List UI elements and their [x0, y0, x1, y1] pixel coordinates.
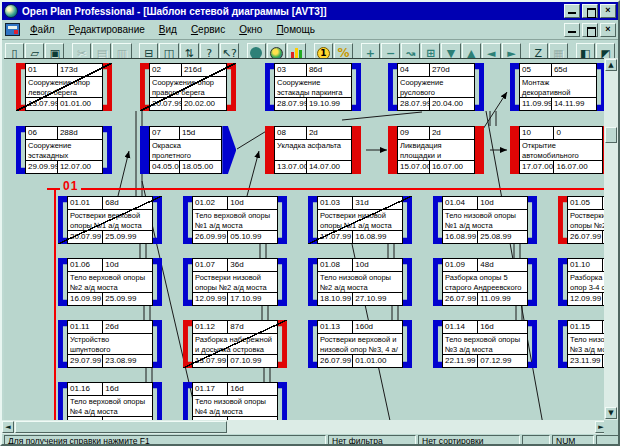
node-start-date: 26.07.99	[443, 293, 478, 305]
task-node-01.07[interactable]: 01.0736dРостверки низовой опоры №2 а/д м…	[183, 258, 287, 306]
node-duration: 86d	[307, 64, 351, 76]
task-node-01.05[interactable]: 01.05Ростверки верховой опоры №2 а/д мос…	[558, 196, 608, 244]
task-node-01.13[interactable]: 01.13160dРостверки верховой и низовой оп…	[308, 320, 412, 368]
status-help-text: Для получения справки нажмите F1	[4, 435, 326, 446]
task-node-01.12[interactable]: 01.1287dРазборка набережной и досыпка ос…	[183, 320, 287, 368]
node-id: 01.04	[443, 197, 478, 209]
task-node-01.04[interactable]: 01.0410dТело низовой опоры №1 а/д моста1…	[433, 196, 537, 244]
task-node-01.09[interactable]: 01.0948dРазборка опоры 5 старого Андреев…	[433, 258, 537, 306]
node-name: Укладка асфальта	[275, 140, 351, 160]
task-node-06[interactable]: 06288dСооружение эстакадных пролетных ст…	[16, 126, 112, 174]
node-body: 01.1716dТело низовой опоры №4 а/д моста	[192, 382, 278, 420]
node-duration: 26d	[103, 321, 152, 333]
horizontal-scrollbar[interactable]: ◄ ►	[2, 420, 608, 434]
task-node-02[interactable]: 02216dСооружение опор правого берега20.0…	[140, 63, 236, 111]
node-duration: 288d	[58, 127, 102, 139]
node-id: 01.13	[318, 321, 353, 333]
close-button[interactable]: ×	[600, 4, 616, 18]
node-finish-date: 27.10.99	[353, 293, 402, 305]
scroll-down-icon[interactable]: ▼	[605, 407, 617, 419]
node-name: Сооружение руслового пролетного строения…	[398, 77, 474, 97]
node-name: Тело верховой опоры №1 а/д моста	[193, 210, 277, 230]
task-node-01.03[interactable]: 01.0331dРостверки низовой опоры №1 а/д м…	[308, 196, 412, 244]
node-finish-date: 17.10.99	[228, 293, 277, 305]
vertical-scroll-thumb[interactable]	[605, 127, 617, 143]
node-finish-date: 12.07.00	[58, 161, 102, 173]
child-restore-button[interactable]	[582, 23, 598, 37]
task-node-05[interactable]: 0565dМонтаж декоративной облицовки опор1…	[510, 63, 606, 111]
scrollbar-corner	[604, 420, 618, 434]
node-left-cap	[308, 320, 317, 368]
child-window-icon[interactable]	[5, 23, 20, 36]
menu-item-5[interactable]: Окно	[233, 22, 268, 37]
node-start-date: 16.08.99	[443, 231, 478, 243]
node-right-cap	[153, 258, 162, 306]
node-name: Разборка остальных опор 3-4 старого	[568, 272, 608, 292]
node-name: Тело низовой опоры №1 а/д моста	[443, 210, 527, 230]
task-node-03[interactable]: 0386dСооружение эстакады паркинга от ПК …	[265, 63, 361, 111]
minimize-button[interactable]	[564, 4, 580, 18]
node-body: 100Открытие автомобильного17.07.0016.07.…	[519, 126, 603, 174]
node-id: 01.11	[68, 321, 103, 333]
node-left-cap	[558, 196, 567, 244]
scroll-left-icon[interactable]: ◄	[2, 421, 14, 433]
task-node-01.10[interactable]: 01.10Разборка остальных опор 3-4 старого…	[558, 258, 608, 306]
node-progress-cross	[16, 63, 112, 111]
menu-item-2[interactable]: Редактирование	[63, 22, 151, 37]
menu-item-1[interactable]: Файл	[24, 22, 61, 37]
task-node-01.02[interactable]: 01.0210dТело верховой опоры №1 а/д моста…	[183, 196, 287, 244]
node-left-cap	[16, 126, 25, 174]
task-node-01.01[interactable]: 01.0168dРостверки верховой опоры №1 а/д …	[58, 196, 162, 244]
node-id: 01.07	[193, 259, 228, 271]
menu-item-4[interactable]: Сервис	[185, 22, 231, 37]
node-finish-date: 05.10.99	[228, 231, 277, 243]
menu-item-3[interactable]: Вид	[153, 22, 183, 37]
node-left-cap	[510, 126, 519, 174]
task-node-01.14[interactable]: 01.1416dТело верховой опоры №3 а/д моста…	[433, 320, 537, 368]
node-duration: 15d	[180, 127, 221, 139]
node-progress-cross	[140, 63, 236, 111]
node-finish-date: 18.05.00	[180, 161, 221, 173]
child-close-button[interactable]: ×	[600, 23, 616, 37]
node-id: 03	[275, 64, 307, 76]
task-node-07[interactable]: 0715dОкраска пролетного строения04.05.00…	[140, 126, 236, 174]
scroll-up-icon[interactable]: ▲	[605, 59, 617, 71]
node-id: 01.09	[443, 259, 478, 271]
node-left-cap	[58, 382, 67, 420]
node-id: 01.10	[568, 259, 603, 271]
task-node-01.16[interactable]: 01.1616dТело верховой опоры №4 а/д моста	[58, 382, 162, 420]
task-node-09[interactable]: 092dЛиквидация площадки и благоустройств…	[388, 126, 484, 174]
child-minimize-button[interactable]	[564, 23, 580, 37]
node-body: 01.0810dТело низовой опоры №2 а/д моста1…	[317, 258, 403, 306]
restore-button[interactable]	[582, 4, 598, 18]
node-finish-date: 07.12.99	[478, 355, 527, 367]
node-start-date: 23.11.99	[568, 355, 603, 367]
menu-item-6[interactable]: Помощь	[270, 22, 321, 37]
app-window: Open Plan Professional - [Шаблон сетевой…	[0, 0, 620, 446]
app-icon[interactable]	[4, 4, 18, 18]
node-id: 10	[520, 127, 554, 139]
task-node-01[interactable]: 01173dСооружение опор левого берега13.07…	[16, 63, 112, 111]
node-body: 01.10Разборка остальных опор 3-4 старого…	[567, 258, 608, 306]
task-node-04[interactable]: 04270dСооружение руслового пролетного ст…	[388, 63, 484, 111]
vertical-scrollbar[interactable]: ▲ ▼	[604, 58, 618, 420]
node-name: Ростверки верховой и низовой опор №3, 4 …	[318, 334, 402, 354]
node-duration: 36d	[228, 259, 277, 271]
task-node-01.08[interactable]: 01.0810dТело низовой опоры №2 а/д моста1…	[308, 258, 412, 306]
node-finish-date: 25.08.99	[478, 231, 527, 243]
node-left-cap	[558, 320, 567, 368]
task-node-01.11[interactable]: 01.1126dУстройство шпунтового ограждения…	[58, 320, 162, 368]
task-node-08[interactable]: 082dУкладка асфальта13.07.0014.07.00	[265, 126, 361, 174]
task-node-10[interactable]: 100Открытие автомобильного17.07.0016.07.…	[510, 126, 608, 174]
node-left-cap	[433, 258, 442, 306]
task-node-01.17[interactable]: 01.1716dТело низовой опоры №4 а/д моста	[183, 382, 287, 420]
node-id: 09	[398, 127, 430, 139]
node-body: 01.05Ростверки верховой опоры №2 а/д мос…	[567, 196, 608, 244]
node-start-date: 28.07.99	[275, 98, 307, 110]
task-node-01.15[interactable]: 01.15Тело низовой опоры №3 а/д моста23.1…	[558, 320, 608, 368]
title-bar: Open Plan Professional - [Шаблон сетевой…	[2, 2, 618, 20]
diagram-canvas[interactable]: 01 01173dСооружение опор левого берега13…	[4, 58, 608, 420]
node-finish-date: 14.07.00	[307, 161, 351, 173]
task-node-01.06[interactable]: 01.0610dТело верховой опоры №2 а/д моста…	[58, 258, 162, 306]
horizontal-scroll-thumb[interactable]	[15, 421, 227, 433]
